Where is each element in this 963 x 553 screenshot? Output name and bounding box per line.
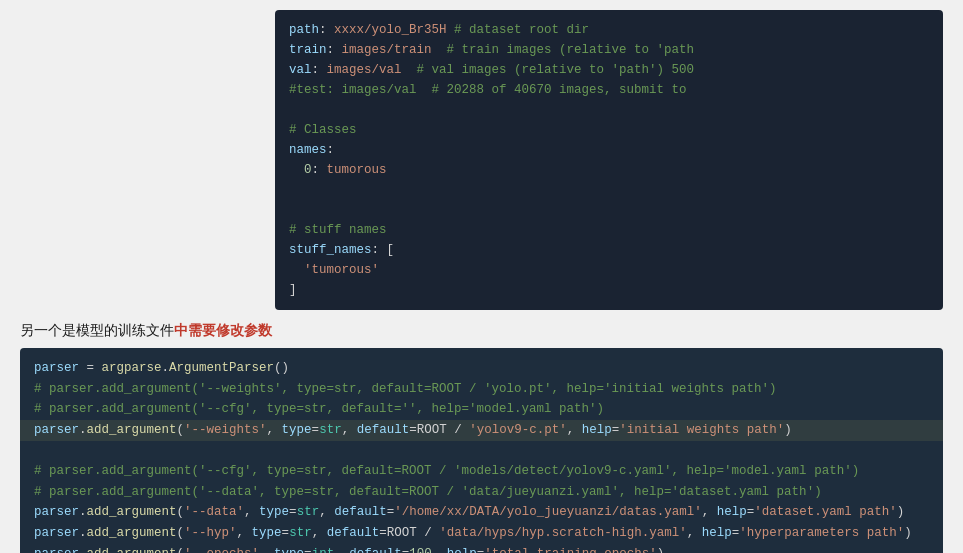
highlight-text: 中需要修改参数 — [174, 322, 272, 338]
code-line: path — [289, 23, 319, 37]
middle-text: 另一个是模型的训练文件中需要修改参数 — [20, 322, 953, 340]
bottom-code-block: parser = argparse.ArgumentParser() # par… — [20, 348, 943, 553]
page-wrapper: path: xxxx/yolo_Br35H # dataset root dir… — [0, 0, 963, 553]
top-code-block: path: xxxx/yolo_Br35H # dataset root dir… — [275, 10, 943, 310]
